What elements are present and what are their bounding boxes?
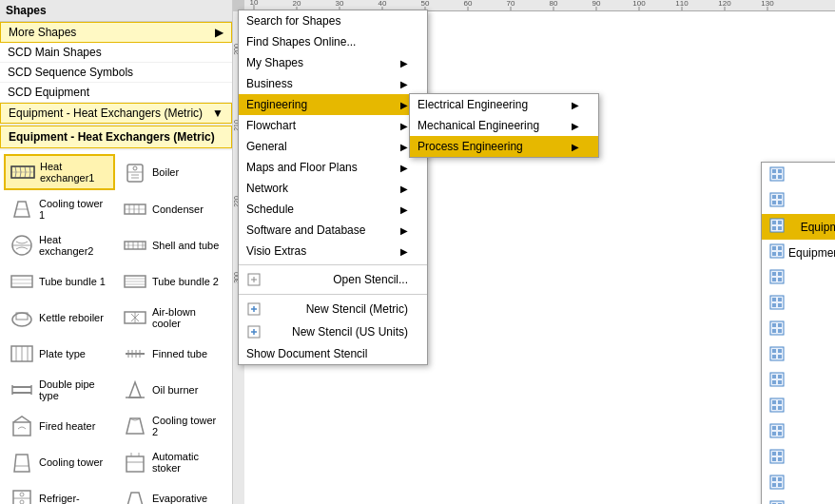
svg-rect-133	[778, 355, 782, 359]
menu-visio[interactable]: Visio Extras ▶	[239, 241, 427, 262]
shape-kettle-reboiler[interactable]: Kettle reboiler	[4, 300, 115, 335]
submenu-electrical[interactable]: Electrical Engineering ▶	[410, 94, 598, 115]
menu-my-shapes[interactable]: My Shapes ▶	[239, 52, 427, 73]
svg-rect-131	[778, 349, 782, 353]
menu-new-metric[interactable]: New Stencil (Metric)	[239, 298, 427, 320]
shape-shell-tube[interactable]: Shell and tube	[117, 228, 228, 262]
svg-rect-141	[778, 400, 782, 404]
svg-rect-112	[772, 252, 776, 256]
shape-icon-heat-exchanger2	[9, 232, 35, 259]
shapes-list-item-scd-equip[interactable]: SCD Equipment	[0, 83, 232, 103]
shape-heat-exchanger1[interactable]: Heat exchanger1	[4, 154, 115, 190]
svg-rect-140	[772, 400, 776, 404]
proc-instruments-us[interactable]: Instruments (US units)	[762, 394, 835, 419]
shape-tube-bundle1[interactable]: Tube bundle 1	[4, 264, 115, 299]
scd-main-label: SCD Main Shapes	[8, 46, 102, 59]
svg-rect-105	[772, 221, 776, 224]
process-arrow: ▶	[572, 142, 579, 152]
shape-icon-kettle-reboiler	[9, 304, 35, 331]
menu-find-online[interactable]: Find Shapes Online...	[239, 31, 427, 52]
svg-text:60: 60	[464, 0, 473, 8]
menu-new-us[interactable]: New Stencil (US Units)	[239, 320, 427, 343]
svg-rect-102	[772, 201, 776, 204]
svg-rect-153	[778, 457, 782, 461]
proc-pumps-metric[interactable]: Equipment - Pumps (Metric)	[762, 265, 835, 291]
engineering-submenu: Electrical Engineering ▶ Mechanical Engi…	[409, 93, 599, 158]
proc-heat-us[interactable]: Equipment - Heat Exchangers (US units)	[762, 240, 835, 265]
proc-vessels-us[interactable]: Equipment - Vessels (US units)	[762, 342, 835, 368]
menu-open-stencil[interactable]: Open Stencil...	[239, 268, 427, 291]
shape-condenser[interactable]: Condenser	[117, 192, 228, 226]
proc-vessels-metric[interactable]: Equipment - Vessels (Metric)	[762, 317, 835, 342]
proc-pipelines-us[interactable]: Pipelines (US units)	[762, 445, 835, 471]
menu-network[interactable]: Network ▶	[239, 178, 427, 199]
flowchart-arrow: ▶	[400, 121, 408, 131]
shape-cooling-tower[interactable]: Cooling tower	[4, 445, 115, 479]
menu-show-doc[interactable]: Show Document Stencil	[239, 343, 427, 364]
proc-annotations-metric[interactable]: Process Annotations (Metric)	[762, 471, 835, 496]
proc-pipelines-metric[interactable]: Pipelines (Metric)	[762, 419, 835, 445]
heat-arrow: ▼	[212, 107, 223, 120]
shape-plate-type[interactable]: Plate type	[4, 337, 115, 371]
submenu-process[interactable]: Process Engineering ▶	[410, 136, 598, 157]
submenu-mechanical[interactable]: Mechanical Engineering ▶	[410, 115, 598, 136]
shape-icon-cooling-tower1	[9, 196, 35, 223]
proc-icon-2	[769, 192, 785, 210]
shape-icon-air-blown	[122, 304, 148, 331]
proc-equip-general-us[interactable]: Equipment - General (US units)	[762, 188, 835, 214]
menu-flowchart[interactable]: Flowchart ▶	[239, 115, 427, 136]
shape-finned-tube[interactable]: Finned tube	[117, 337, 228, 371]
menu-general[interactable]: General ▶	[239, 136, 427, 157]
shape-cooling-tower1[interactable]: Cooling tower 1	[4, 192, 115, 226]
svg-rect-157	[772, 483, 776, 487]
proc-icon-4	[769, 243, 785, 262]
menu-schedule[interactable]: Schedule ▶	[239, 199, 427, 220]
shape-oil-burner[interactable]: Oil burner	[117, 373, 228, 407]
process-submenu: Equipment - General (Metric) Equipment -…	[761, 162, 835, 504]
svg-rect-97	[772, 175, 776, 179]
shape-label-air-blown: Air-blown cooler	[152, 306, 223, 329]
proc-pumps-us[interactable]: Equipment - Pumps (US units)	[762, 291, 835, 317]
new-metric-icon	[246, 301, 262, 317]
svg-rect-47	[13, 422, 30, 436]
menu-engineering[interactable]: Engineering ▶	[239, 94, 427, 115]
proc-heat-metric[interactable]: Equipment - Heat Exchangers (Metric)	[762, 214, 835, 240]
shape-auto-stoker[interactable]: Automatic stoker	[117, 445, 228, 479]
svg-rect-121	[778, 298, 782, 301]
shapes-list-item-scd-main[interactable]: SCD Main Shapes	[0, 43, 232, 63]
menu-business[interactable]: Business ▶	[239, 73, 427, 94]
svg-rect-110	[772, 246, 776, 250]
proc-annotations-us[interactable]: Process Annotations (US units)	[762, 496, 835, 504]
proc-icon-5	[769, 269, 785, 287]
shapes-list-item-scd-seq[interactable]: SCD Sequence Symbols	[0, 63, 232, 83]
shape-boiler[interactable]: Boiler	[117, 154, 228, 190]
menu-sep2	[239, 294, 427, 295]
menu-maps[interactable]: Maps and Floor Plans ▶	[239, 157, 427, 178]
shape-air-blown[interactable]: Air-blown cooler	[117, 300, 228, 335]
shape-label-auto-stoker: Automatic stoker	[152, 451, 223, 474]
proc-equip-general-metric[interactable]: Equipment - General (Metric)	[762, 163, 835, 188]
proc-icon-6	[769, 295, 785, 313]
shape-heat-exchanger2[interactable]: Heat exchanger2	[4, 228, 115, 262]
proc-instruments-metric[interactable]: Instruments (Metric)	[762, 368, 835, 394]
svg-rect-148	[778, 432, 782, 436]
shape-tube-bundle2[interactable]: Tube bundle 2	[117, 264, 228, 299]
shapes-list-item-more[interactable]: More Shapes ▶	[0, 22, 232, 43]
shape-fired-heater[interactable]: Fired heater	[4, 409, 115, 443]
svg-text:30: 30	[336, 0, 344, 8]
menu-search-shapes[interactable]: Search for Shapes	[239, 10, 427, 31]
shape-refriger[interactable]: Refriger-	[4, 481, 115, 504]
shape-double-pipe[interactable]: Double pipe type	[4, 373, 115, 407]
shapes-list-item-heat[interactable]: Equipment - Heat Exchangers (Metric) ▼	[0, 103, 232, 124]
shape-cooling-tower2[interactable]: Cooling tower 2	[117, 409, 228, 443]
visio-arrow: ▶	[400, 246, 408, 257]
shape-evaporative[interactable]: Evaporative	[117, 481, 228, 504]
menu-software[interactable]: Software and Database ▶	[239, 220, 427, 241]
svg-text:120: 120	[718, 0, 731, 8]
panel-title: Shapes	[6, 4, 47, 17]
shape-label-condenser: Condenser	[152, 204, 204, 215]
svg-rect-147	[772, 432, 776, 436]
svg-rect-95	[772, 169, 776, 173]
heat-label: Equipment - Heat Exchangers (Metric)	[9, 107, 203, 120]
svg-text:70: 70	[507, 0, 515, 8]
